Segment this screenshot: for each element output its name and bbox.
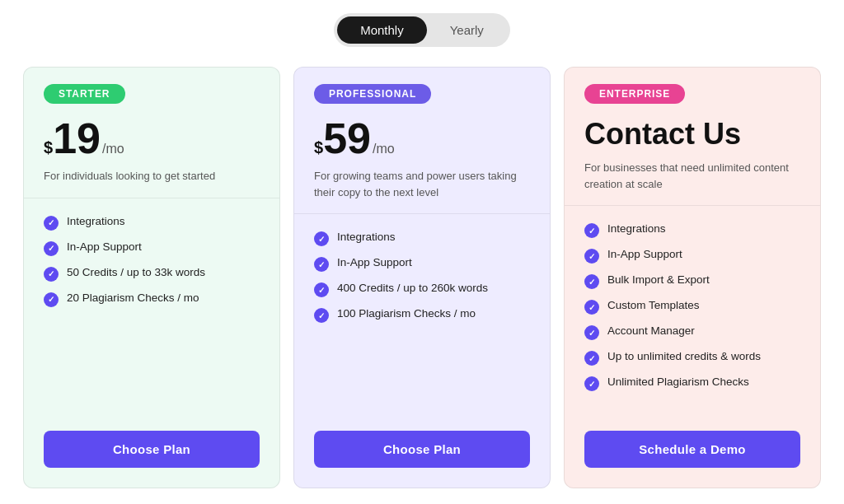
checkmark-icon [314,257,329,272]
plan-features-enterprise: IntegrationsIn-App SupportBulk Import & … [565,206,820,418]
feature-item: Integrations [584,222,800,238]
plan-header-professional: PROFESSIONAL$59/moFor growing teams and … [294,68,550,214]
plan-card-starter: STARTER$19/moFor individuals looking to … [23,67,280,488]
feature-item: Integrations [314,231,530,246]
feature-label: Account Manager [607,324,695,337]
plan-features-starter: IntegrationsIn-App Support50 Credits / u… [24,198,279,418]
price-row-starter: $19/mo [44,117,260,160]
checkmark-icon [584,274,599,289]
feature-label: Integrations [337,231,396,243]
feature-item: In-App Support [584,248,800,264]
yearly-toggle-btn[interactable]: Yearly [427,16,507,44]
feature-label: In-App Support [67,240,142,253]
checkmark-icon [44,267,59,282]
feature-label: In-App Support [337,256,412,268]
checkmark-icon [584,300,599,315]
plan-footer-enterprise: Schedule a Demo [565,418,820,488]
price-amount: 59 [323,117,371,160]
price-suffix: /mo [373,142,395,156]
plan-badge-professional: PROFESSIONAL [314,84,431,104]
feature-label: Up to unlimited credits & words [607,350,761,362]
checkmark-icon [584,223,599,238]
feature-label: Bulk Import & Export [607,273,710,286]
feature-item: In-App Support [44,240,260,256]
feature-label: Integrations [67,215,125,227]
plan-features-professional: IntegrationsIn-App Support400 Credits / … [294,214,550,418]
checkmark-icon [584,249,599,264]
billing-toggle[interactable]: Monthly Yearly [334,13,510,47]
feature-label: 400 Credits / up to 260k words [337,282,488,294]
monthly-toggle-btn[interactable]: Monthly [337,16,427,44]
plan-header-starter: STARTER$19/moFor individuals looking to … [24,68,279,198]
feature-item: Bulk Import & Export [584,273,800,289]
cta-button-starter[interactable]: Choose Plan [44,431,260,468]
feature-label: Custom Templates [607,299,700,311]
feature-item: 50 Credits / up to 33k words [44,266,260,282]
price-contact: Contact Us [584,117,741,152]
plan-description-enterprise: For businesses that need unlimited conte… [584,160,800,192]
feature-item: Unlimited Plagiarism Checks [584,376,800,391]
plan-description-starter: For individuals looking to get started [44,168,260,184]
feature-item: Account Manager [584,324,800,340]
price-amount: 19 [53,117,101,160]
feature-item: Integrations [44,215,260,231]
checkmark-icon [44,216,59,231]
feature-label: 20 Plagiarism Checks / mo [67,292,199,304]
price-row-professional: $59/mo [314,117,530,160]
feature-label: Unlimited Plagiarism Checks [607,376,749,388]
price-row-enterprise: Contact Us [584,117,800,152]
checkmark-icon [44,292,59,307]
plan-card-professional: PROFESSIONAL$59/moFor growing teams and … [293,67,551,488]
plans-container: STARTER$19/moFor individuals looking to … [16,67,828,488]
feature-item: 20 Plagiarism Checks / mo [44,292,260,307]
plan-description-professional: For growing teams and power users taking… [314,168,530,200]
checkmark-icon [314,308,329,323]
price-dollar: $ [314,138,323,157]
plan-footer-starter: Choose Plan [24,418,279,488]
feature-item: Custom Templates [584,299,800,315]
cta-button-enterprise[interactable]: Schedule a Demo [584,431,800,468]
plan-footer-professional: Choose Plan [294,418,550,488]
feature-label: 100 Plagiarism Checks / mo [337,307,476,320]
plan-badge-enterprise: ENTERPRISE [584,84,685,104]
checkmark-icon [584,376,599,391]
feature-label: Integrations [607,222,666,235]
feature-item: In-App Support [314,256,530,272]
feature-item: 100 Plagiarism Checks / mo [314,307,530,323]
checkmark-icon [584,325,599,340]
checkmark-icon [584,351,599,366]
plan-header-enterprise: ENTERPRISEContact UsFor businesses that … [565,68,820,206]
feature-label: In-App Support [607,248,682,260]
checkmark-icon [314,231,329,246]
price-suffix: /mo [102,142,124,156]
plan-card-enterprise: ENTERPRISEContact UsFor businesses that … [564,67,821,488]
feature-item: 400 Credits / up to 260k words [314,282,530,297]
feature-item: Up to unlimited credits & words [584,350,800,366]
plan-badge-starter: STARTER [44,84,125,104]
checkmark-icon [314,282,329,297]
price-dollar: $ [44,138,53,157]
checkmark-icon [44,241,59,256]
cta-button-professional[interactable]: Choose Plan [314,431,530,468]
feature-label: 50 Credits / up to 33k words [67,266,205,278]
